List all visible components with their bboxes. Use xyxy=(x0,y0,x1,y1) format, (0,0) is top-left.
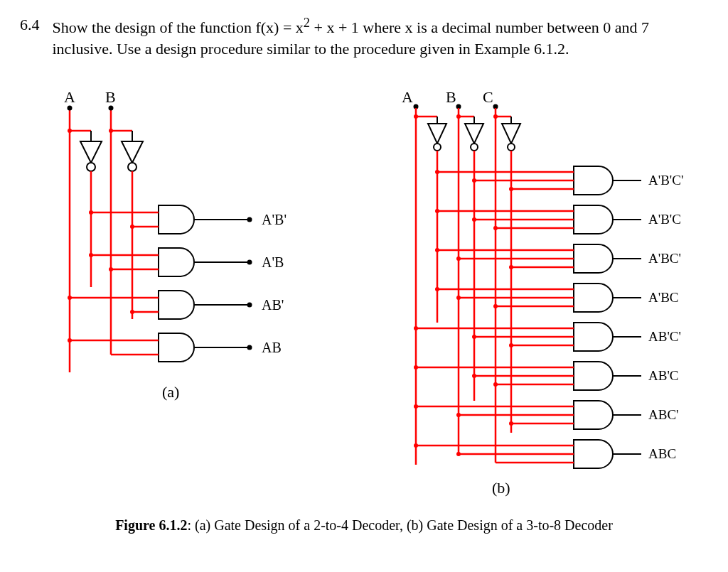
output-b7: ABC xyxy=(648,446,676,461)
svg-point-62 xyxy=(493,226,498,230)
problem-text: Show the design of the function f(x) = x… xyxy=(53,14,709,60)
svg-point-76 xyxy=(493,304,498,308)
svg-point-21 xyxy=(68,296,72,300)
svg-point-97 xyxy=(509,421,513,426)
svg-point-60 xyxy=(472,217,476,222)
output-b2: A'BC' xyxy=(648,251,681,266)
svg-point-90 xyxy=(493,382,498,387)
output-b3: A'BC xyxy=(648,290,679,305)
svg-point-55 xyxy=(509,187,513,191)
svg-point-88 xyxy=(472,374,476,378)
svg-point-36 xyxy=(434,144,441,151)
diagram-a-label: (a) xyxy=(162,383,179,401)
diagram-a: A B xyxy=(34,88,304,425)
svg-point-48 xyxy=(508,144,515,151)
output-b4: AB'C' xyxy=(648,329,681,344)
figure-caption: Figure 6.1.2: (a) Gate Design of a 2-to-… xyxy=(20,517,708,534)
output-b1: A'B'C xyxy=(648,212,681,227)
svg-point-79 xyxy=(414,326,418,330)
output-label-0: A'B' xyxy=(262,212,287,227)
svg-point-33 xyxy=(414,114,418,119)
output-label-1: A'B xyxy=(262,254,284,270)
svg-point-19 xyxy=(247,259,252,264)
output-b5: AB'C xyxy=(648,368,679,383)
svg-point-17 xyxy=(109,267,113,271)
svg-marker-47 xyxy=(502,124,520,144)
svg-marker-41 xyxy=(465,124,483,144)
svg-point-58 xyxy=(435,209,439,213)
svg-point-39 xyxy=(456,114,461,119)
inverter-a-b xyxy=(414,114,446,323)
inverter-a xyxy=(80,131,102,287)
svg-point-93 xyxy=(414,404,418,409)
problem-text-prefix: Show the design of the function f(x) = x xyxy=(53,18,304,36)
output-b0: A'B'C' xyxy=(648,173,683,188)
decoder-3to8-svg: A B C xyxy=(360,88,695,500)
svg-point-15 xyxy=(89,253,93,257)
svg-point-67 xyxy=(456,257,461,261)
svg-point-102 xyxy=(456,452,461,456)
decoder-2to4-svg: A B xyxy=(34,88,304,422)
problem-statement: 6.4 Show the design of the function f(x)… xyxy=(20,14,708,60)
svg-point-72 xyxy=(435,287,439,291)
problem-text-mid2: Example 6.1.2. xyxy=(474,40,569,58)
and-gate-2: AB' xyxy=(68,291,284,319)
diagram-b: A B C xyxy=(360,88,695,503)
and-gate-b3: A'BC xyxy=(435,284,679,312)
figure-text: : (a) Gate Design of a 2-to-4 Decoder, (… xyxy=(187,517,612,533)
svg-point-51 xyxy=(435,170,439,174)
svg-marker-1 xyxy=(80,141,102,163)
svg-point-100 xyxy=(414,443,418,448)
svg-marker-35 xyxy=(428,124,446,144)
problem-number: 6.4 xyxy=(20,14,40,60)
svg-point-11 xyxy=(130,225,134,229)
diagram-b-label: (b) xyxy=(492,479,510,497)
svg-point-25 xyxy=(247,302,252,307)
diagrams-container: A B xyxy=(20,88,708,503)
svg-point-27 xyxy=(68,338,72,342)
svg-point-9 xyxy=(89,210,93,215)
output-b6: ABC' xyxy=(648,407,679,422)
exponent: 2 xyxy=(304,16,310,30)
svg-point-42 xyxy=(471,144,478,151)
dot xyxy=(108,105,113,110)
svg-point-69 xyxy=(509,265,513,269)
junction xyxy=(68,129,72,133)
output-label-2: AB' xyxy=(262,297,284,313)
and-gate-b0: A'B'C' xyxy=(435,166,683,195)
input-c-label-b: C xyxy=(483,88,493,106)
input-a-label: A xyxy=(64,88,75,106)
svg-point-13 xyxy=(247,217,252,222)
and-gate-b4: AB'C' xyxy=(414,323,681,351)
svg-point-6 xyxy=(128,163,136,171)
svg-point-74 xyxy=(456,296,461,300)
and-gate-0: A'B' xyxy=(89,205,287,234)
junction xyxy=(109,129,113,133)
dot xyxy=(67,105,72,110)
input-b-label-b: B xyxy=(446,88,456,106)
svg-point-95 xyxy=(456,413,461,417)
svg-point-86 xyxy=(414,365,418,369)
and-gate-b5: AB'C xyxy=(414,362,679,390)
svg-marker-5 xyxy=(122,141,143,163)
input-a-label-b: A xyxy=(402,88,413,106)
output-label-3: AB xyxy=(262,340,282,355)
svg-point-65 xyxy=(435,248,439,252)
inverter-b-b xyxy=(456,114,483,401)
figure-label: Figure 6.1.2 xyxy=(115,517,187,533)
and-gate-b7: ABC xyxy=(414,440,676,468)
svg-point-31 xyxy=(247,345,252,350)
svg-point-81 xyxy=(472,335,476,339)
and-gate-b6: ABC' xyxy=(414,401,679,429)
and-gate-b2: A'BC' xyxy=(435,244,681,273)
and-gate-3: AB xyxy=(68,330,282,362)
and-gate-1: A'B xyxy=(89,248,284,276)
svg-point-83 xyxy=(509,343,513,347)
svg-point-23 xyxy=(130,310,134,314)
svg-point-53 xyxy=(472,178,476,183)
svg-point-2 xyxy=(87,163,95,171)
input-b-label: B xyxy=(105,88,116,106)
and-gate-b1: A'B'C xyxy=(435,205,681,234)
svg-point-45 xyxy=(493,114,498,119)
